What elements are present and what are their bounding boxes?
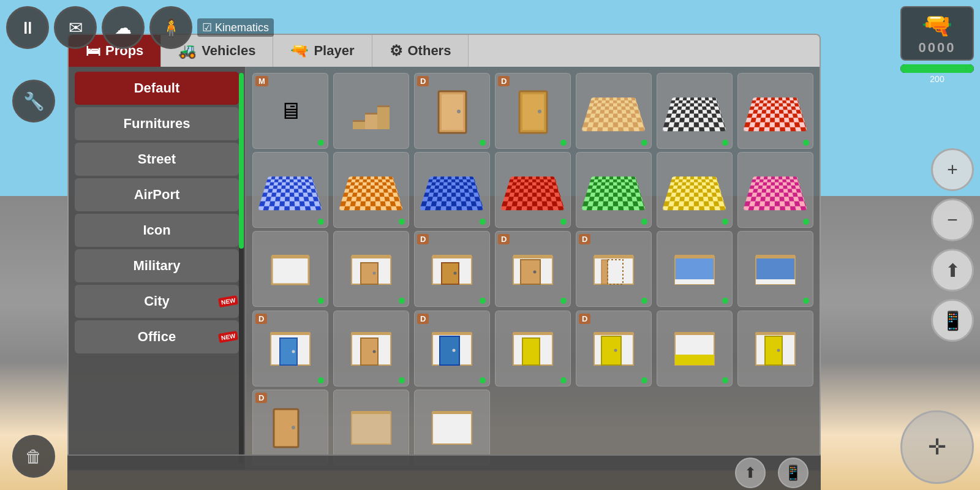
phone-button[interactable]: 📱 [931, 299, 974, 342]
cell-dot [641, 377, 647, 383]
cell-dot [480, 219, 486, 225]
grid-item-server[interactable]: M 🖥 [252, 73, 328, 149]
badge-d2: D [498, 76, 510, 86]
svg-rect-13 [272, 255, 309, 258]
pause-button[interactable]: ⏸ [6, 6, 49, 49]
grid-item-carpet-orange[interactable] [333, 152, 409, 228]
cell-dot [399, 377, 405, 383]
sidebar-item-military[interactable]: Military [75, 249, 239, 282]
top-left-controls: ⏸ ✉ ☁ 🧍 ☑ Kinematics [6, 6, 274, 49]
sidebar-scroll-thumb [239, 73, 244, 249]
sidebar-item-street[interactable]: Street [75, 143, 239, 176]
cell-dot [560, 298, 567, 304]
zoom-out-button[interactable]: − [931, 198, 974, 241]
svg-point-25 [533, 271, 537, 274]
cell-dot [480, 298, 486, 304]
svg-rect-32 [675, 279, 714, 284]
tab-player[interactable]: 🔫 Player [273, 35, 372, 67]
cell-dot [318, 298, 324, 304]
phone-bottom-button[interactable]: 📱 [778, 458, 809, 488]
grid-item-carpet-checker-tan[interactable] [576, 73, 652, 149]
svg-rect-45 [432, 332, 472, 335]
svg-point-63 [292, 426, 295, 429]
cell-dot [318, 219, 324, 225]
sidebar-item-airport[interactable]: AirPort [75, 178, 239, 211]
wall-tan-icon [350, 406, 393, 449]
wall-door-tan3-icon [350, 327, 393, 370]
cell-dot [722, 140, 728, 146]
grid-item-wall-door-blue2-d[interactable]: D [414, 311, 490, 386]
grid-item-wall-door-brown-d[interactable]: D [414, 231, 490, 307]
carpet-blue-check [258, 176, 323, 210]
grid-item-wall-white[interactable] [252, 231, 328, 307]
carpet-green [581, 176, 646, 210]
arrow-up-button[interactable]: ⬆ [735, 458, 766, 488]
wall-blue2-icon [754, 247, 797, 290]
sidebar: Default Furnitures Street AirPort Icon M… [69, 67, 246, 470]
grid-item-carpet-blue-check[interactable] [252, 152, 328, 228]
zoom-in-button[interactable]: + [931, 148, 974, 191]
dpad[interactable]: ✛ [900, 410, 974, 484]
kinematics-toggle[interactable]: ☑ Kinematics [197, 18, 274, 37]
grid-item-carpet-red-check[interactable] [737, 73, 813, 149]
grid-item-wall-door-tan3[interactable] [333, 311, 409, 386]
grid-item-wall-blue2[interactable] [737, 231, 813, 307]
grid-item-wall-door-blue-d[interactable]: D [252, 311, 328, 386]
grid-item-wall-door-tan[interactable] [333, 231, 409, 307]
grid-item-wall-door-tan2[interactable]: D [495, 231, 571, 307]
carpet-yellow [662, 176, 727, 210]
sidebar-item-default[interactable]: Default [75, 72, 239, 105]
grid-item-carpet-green[interactable] [576, 152, 652, 228]
phone-icon: 📱 [941, 310, 964, 331]
svg-rect-53 [601, 336, 621, 365]
svg-rect-66 [432, 412, 472, 444]
sidebar-scrollbar[interactable] [239, 73, 244, 464]
svg-point-61 [777, 349, 780, 352]
cloud-button[interactable]: ☁ [102, 6, 145, 49]
sidebar-item-office[interactable]: Office NEW [75, 320, 239, 353]
grid-item-wall-yellow[interactable] [495, 311, 571, 386]
svg-rect-26 [594, 257, 633, 284]
grid-item-carpet-yellow[interactable] [657, 152, 733, 228]
svg-rect-5 [377, 105, 390, 107]
grid-item-stairs[interactable] [333, 73, 409, 149]
grid-item-wall-blue[interactable] [657, 231, 733, 307]
right-controls: + − ⬆ 📱 [931, 148, 974, 342]
kinematics-checkbox[interactable]: ☑ [202, 21, 212, 34]
stairs-icon [350, 89, 393, 132]
trash-button[interactable]: 🗑 [12, 435, 55, 478]
up-button[interactable]: ⬆ [931, 249, 974, 292]
grid-item-wall-door-yellow2[interactable] [737, 311, 813, 386]
server-icon: 🖥 [279, 98, 302, 124]
grid-item-door-tan[interactable]: D [495, 73, 571, 149]
svg-rect-1 [365, 113, 377, 129]
svg-point-8 [457, 110, 461, 113]
wall-door-yellow2-icon [754, 327, 797, 370]
wrench-button[interactable]: 🔧 [12, 80, 55, 123]
svg-rect-65 [352, 411, 391, 414]
grid-item-carpet-red[interactable] [495, 152, 571, 228]
grid-item-wall-door-yellow-d[interactable]: D [576, 311, 652, 386]
svg-rect-52 [594, 332, 633, 335]
svg-rect-12 [272, 257, 309, 284]
health-bar-container [900, 64, 974, 73]
health-bar [900, 64, 974, 73]
grid-item-carpet-pink[interactable] [737, 152, 813, 228]
sidebar-item-furnitures[interactable]: Furnitures [75, 107, 239, 140]
svg-rect-19 [432, 255, 472, 258]
grid-item-door-brown[interactable]: D [414, 73, 490, 149]
grid-item-wall-yellow2[interactable] [657, 311, 733, 386]
svg-rect-50 [522, 338, 540, 365]
cell-dot [480, 377, 486, 383]
content-area: Default Furnitures Street AirPort Icon M… [67, 67, 821, 471]
grid-item-wall-door-open[interactable]: D [576, 231, 652, 307]
sidebar-item-city[interactable]: City NEW [75, 285, 239, 318]
person-button[interactable]: 🧍 [149, 6, 192, 49]
grid-item-carpet-checker-dark[interactable] [657, 73, 733, 149]
tab-others[interactable]: ⚙ Others [372, 35, 469, 67]
badge-d5: D [579, 234, 590, 244]
up-icon: ⬆ [945, 260, 960, 281]
letter-button[interactable]: ✉ [54, 6, 97, 49]
grid-item-carpet-blue2[interactable] [414, 152, 490, 228]
sidebar-item-icon[interactable]: Icon [75, 214, 239, 247]
